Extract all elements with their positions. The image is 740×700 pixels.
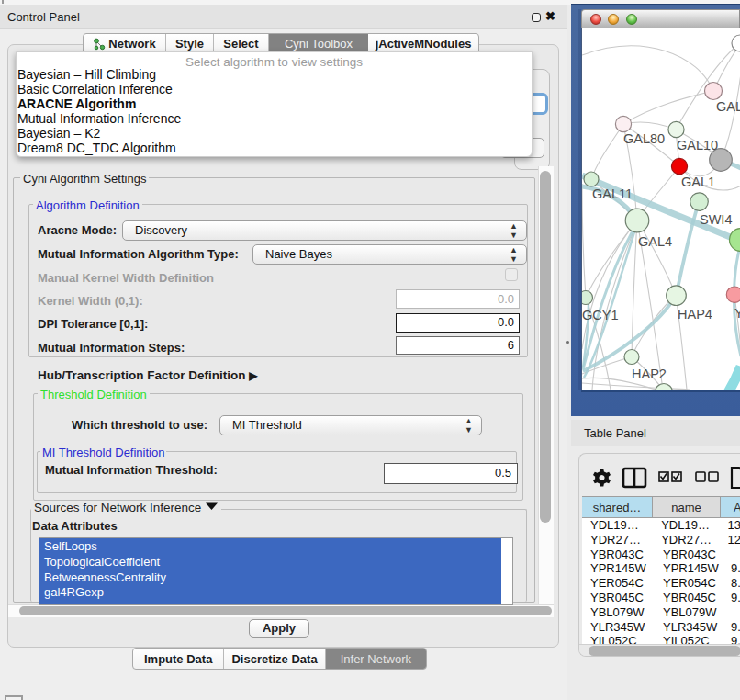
svg-text:GAL10: GAL10 (677, 138, 718, 152)
svg-text:GCY1: GCY1 (582, 308, 619, 322)
svg-text:GAL4: GAL4 (638, 234, 672, 249)
svg-text:HAP2: HAP2 (632, 367, 667, 381)
svg-text:GAL: GAL (716, 99, 740, 114)
svg-text:Y: Y (734, 306, 740, 321)
svg-text:HAP4: HAP4 (678, 307, 712, 322)
svg-text:GAL80: GAL80 (623, 131, 665, 146)
svg-text:GAL11: GAL11 (592, 186, 633, 201)
svg-text:GAL1: GAL1 (681, 175, 715, 189)
svg-text:SWI4: SWI4 (700, 212, 732, 227)
